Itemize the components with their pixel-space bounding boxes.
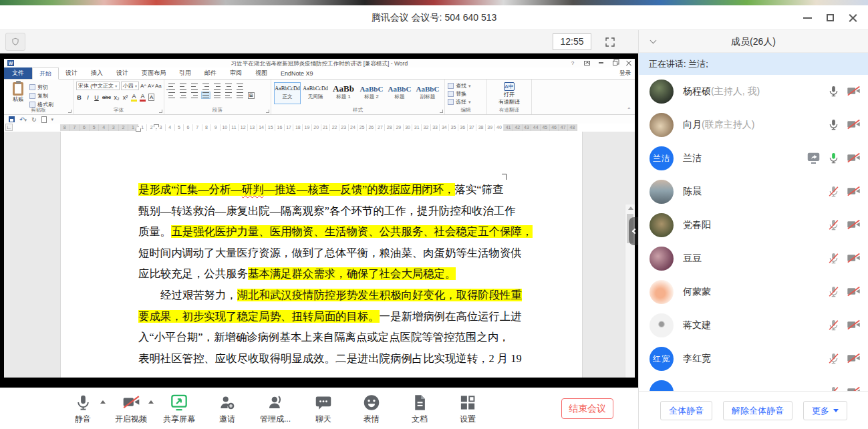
sort-button[interactable] [224,83,233,90]
font-name-select[interactable]: 宋体 (中文正文 ▾ [76,82,120,90]
word-minimize-button[interactable] [597,59,605,66]
styles-dialog-launcher[interactable] [440,110,443,113]
camera-off-icon[interactable] [847,285,861,299]
strikethrough-button[interactable]: abc [102,94,111,100]
document-canvas[interactable]: 是形成“汇集—分析—研判—推送—核查—反馈”的数据应用闭环，落实“筛查甄别—转送… [4,132,635,378]
youdao-translate-button[interactable]: A中 打开 有道翻译 [490,82,529,106]
more-button[interactable]: 更多 [803,401,847,420]
mic-icon[interactable] [827,84,841,98]
style-chip[interactable]: AaBb标题 1 [330,82,357,104]
replace-button[interactable]: 替换 [448,90,484,98]
style-chip[interactable]: AaBbCcDd无间隔 [302,82,329,104]
ribbon-tab-5[interactable]: 页面布局 [135,67,172,79]
member-row[interactable]: 党春阳 [639,208,868,242]
style-chip[interactable]: AaBbCcDd正文 [274,82,301,104]
fullscreen-button[interactable] [602,34,618,50]
ribbon-display-options-button[interactable] [583,59,591,66]
mic-icon[interactable] [827,118,841,132]
ribbon-tab-1[interactable]: 开始 [32,67,59,80]
member-row[interactable]: 陈晨 [639,175,868,208]
toolbar-mic-button[interactable]: 静音 [59,392,107,425]
camera-off-icon[interactable] [847,351,861,366]
multilevel-list-button[interactable] [190,83,199,90]
paragraph-dialog-launcher[interactable] [266,110,269,113]
toolbar-chat-button[interactable]: 聊天 [299,392,347,425]
style-chip[interactable]: AaBbC副标题 [414,82,441,104]
toolbar-emoji-button[interactable]: 表情 [347,392,396,425]
font-color-button[interactable]: A [140,93,146,102]
options-caret-icon[interactable] [100,400,106,404]
toolbar-invite-button[interactable]: 邀请 [203,392,251,425]
qat-customize-arrow[interactable]: ▾ [51,117,54,122]
redo-icon[interactable]: ↻ [31,116,37,123]
clipboard-dialog-launcher[interactable] [68,110,71,113]
member-row[interactable]: 向月(联席主持人) [639,108,868,142]
camera-off-icon[interactable] [847,385,861,391]
increase-indent-button[interactable] [212,83,222,90]
mic-muted-icon[interactable] [827,285,841,299]
security-shield-button[interactable] [5,33,25,51]
mic-speaking-icon[interactable] [827,151,841,165]
justify-button[interactable] [201,92,210,99]
underline-button[interactable]: U [94,94,100,101]
ribbon-tab-3[interactable]: 插入 [84,67,110,79]
align-center-button[interactable] [178,92,188,99]
word-sign-in[interactable]: 登录 [619,69,631,78]
toolbar-settings-button[interactable]: 设置 [444,392,492,425]
numbered-list-button[interactable] [178,83,188,90]
mic-muted-icon[interactable] [827,385,841,391]
copy-button[interactable]: 复制 [29,92,53,100]
distribute-button[interactable] [212,92,222,99]
align-left-button[interactable] [167,92,176,99]
member-row[interactable]: 兰洁兰洁 [639,142,868,175]
change-case-button[interactable]: Aa [155,83,161,89]
shading-button[interactable] [235,92,245,99]
superscript-button[interactable]: x² [122,94,128,101]
subscript-button[interactable]: x₂ [114,94,120,101]
cut-button[interactable]: 剪切 [29,84,53,91]
align-right-button[interactable] [190,92,199,99]
undo-icon[interactable]: ↶▾ [19,116,27,123]
toolbar-share-button[interactable]: 共享屏幕 [155,392,203,425]
font-size-select[interactable]: 小四 ▾ [121,82,139,90]
paste-button[interactable]: 粘贴 [7,82,29,107]
grow-font-button[interactable]: A^ [140,83,146,89]
style-chip[interactable]: AaBbC标题 2 [358,82,385,104]
print-preview-icon[interactable] [41,116,47,123]
member-row[interactable]: 杨程硕(主持人, 我) [639,75,868,108]
camera-off-icon[interactable] [847,251,861,265]
member-row[interactable]: 蒋文建 [639,309,868,342]
save-icon[interactable] [9,116,15,122]
show-formatting-marks-button[interactable] [235,83,245,90]
text-highlight-color-button[interactable]: A [131,93,137,102]
mic-muted-icon[interactable] [827,184,841,198]
mic-muted-icon[interactable] [827,218,841,232]
ribbon-tab-9[interactable]: 视图 [249,67,274,79]
member-row[interactable]: 红宽李红宽 [639,342,868,376]
bold-button[interactable]: B [76,94,82,101]
mic-muted-icon[interactable] [827,318,841,332]
camera-off-icon[interactable] [847,218,861,232]
mute-all-button[interactable]: 全体静音 [660,401,712,420]
camera-off-icon[interactable] [847,184,861,198]
line-spacing-button[interactable] [224,92,233,99]
word-help-button[interactable]: ? [569,59,577,66]
scroll-up-arrow[interactable] [628,206,633,210]
style-chip[interactable]: AaBbC标题 [386,82,413,104]
sidebar-collapse-handle[interactable] [629,217,638,245]
unmute-all-button[interactable]: 解除全体静音 [723,401,792,420]
ribbon-tab-7[interactable]: 邮件 [198,67,223,79]
shrink-font-button[interactable]: A˅ [148,83,154,89]
borders-button[interactable]: ⊞ [247,92,256,99]
toolbar-camoff-button[interactable]: 开启视频 [107,392,155,425]
word-close-button[interactable] [625,59,633,66]
font-dialog-launcher[interactable] [159,110,162,113]
decrease-indent-button[interactable] [201,83,210,90]
member-row[interactable] [639,376,868,391]
character-border-button[interactable]: A [148,94,154,101]
tab-stop-selector[interactable]: ∟ [5,124,13,131]
options-caret-icon[interactable] [148,400,154,404]
end-meeting-button[interactable]: 结束会议 [561,398,613,419]
maximize-button[interactable] [819,8,841,28]
ribbon-tab-2[interactable]: 设计 [59,67,84,79]
